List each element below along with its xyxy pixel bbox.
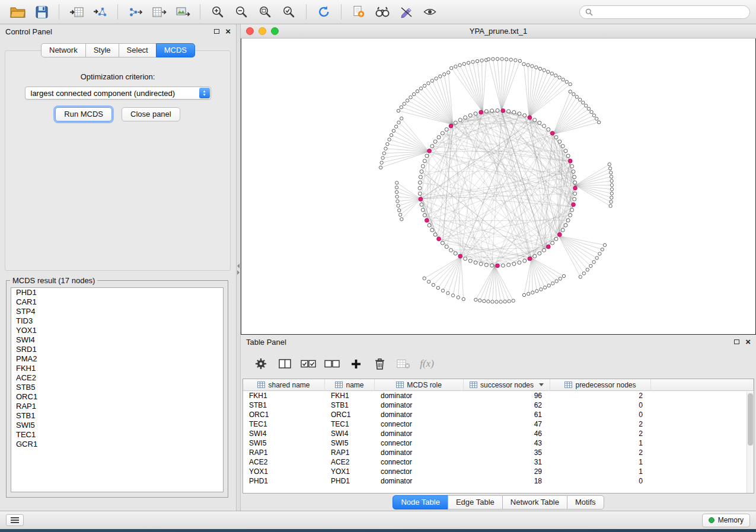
table-cell[interactable]: dominator: [375, 410, 464, 419]
zoom-out-button[interactable]: [229, 2, 253, 21]
table-cell[interactable]: PHD1: [325, 476, 375, 486]
search-box[interactable]: [579, 5, 750, 19]
table-cell[interactable]: TEC1: [243, 419, 325, 429]
table-cell[interactable]: connector: [375, 457, 464, 467]
table-cell[interactable]: 2: [550, 448, 651, 457]
table-cell[interactable]: RAP1: [243, 448, 325, 457]
table-cell[interactable]: SWI5: [325, 438, 375, 448]
save-button[interactable]: [30, 2, 53, 21]
table-row[interactable]: PHD1PHD1dominator180: [243, 476, 754, 486]
tab-mcds[interactable]: MCDS: [156, 43, 195, 57]
column-header-name[interactable]: name: [325, 379, 375, 391]
mcds-result-item[interactable]: RAP1: [11, 402, 223, 411]
zoom-fit-button[interactable]: [253, 2, 277, 21]
criterion-dropdown[interactable]: largest connected component (undirected)…: [25, 86, 211, 100]
table-cell[interactable]: YOX1: [243, 467, 325, 476]
table-cell[interactable]: 62: [464, 400, 550, 410]
table-cell[interactable]: dominator: [375, 400, 464, 410]
network-canvas[interactable]: [241, 39, 756, 335]
find-button[interactable]: [371, 2, 394, 21]
import-table-button[interactable]: [65, 2, 88, 21]
table-cell[interactable]: STB1: [325, 400, 375, 410]
search-input[interactable]: [596, 8, 744, 16]
clear-table-button[interactable]: [391, 353, 415, 374]
table-cell[interactable]: 2: [550, 429, 651, 438]
mcds-result-item[interactable]: PHD1: [11, 288, 223, 297]
column-header-predecessor-nodes[interactable]: predecessor nodes: [550, 379, 651, 391]
mcds-result-item[interactable]: STB5: [11, 383, 223, 392]
refresh-layout-button[interactable]: [312, 2, 336, 21]
table-cell[interactable]: STB1: [243, 400, 325, 410]
table-cell[interactable]: YOX1: [325, 467, 375, 476]
window-minimize-icon[interactable]: [259, 27, 266, 35]
zoom-selected-button[interactable]: [277, 2, 301, 21]
collapse-right-icon[interactable]: [237, 270, 240, 275]
mcds-result-item[interactable]: ACE2: [11, 373, 223, 383]
table-row[interactable]: YOX1YOX1connector291: [243, 467, 754, 476]
close-table-panel-icon[interactable]: ×: [745, 339, 751, 345]
table-cell[interactable]: 43: [464, 438, 550, 448]
table-cell[interactable]: 35: [464, 448, 550, 457]
table-cell[interactable]: connector: [375, 438, 464, 448]
graphics-details-button[interactable]: [394, 2, 418, 21]
table-cell[interactable]: SWI4: [325, 429, 375, 438]
share-document-button[interactable]: [347, 2, 371, 21]
table-row[interactable]: TEC1TEC1connector472: [243, 419, 754, 429]
column-header-MCDS-role[interactable]: MCDS role: [375, 379, 464, 391]
table-cell[interactable]: dominator: [375, 391, 464, 400]
table-cell[interactable]: connector: [375, 467, 464, 476]
close-panel-icon[interactable]: ×: [225, 28, 231, 34]
memory-button[interactable]: Memory: [702, 514, 750, 527]
select-all-button[interactable]: [296, 353, 320, 374]
status-menu-button[interactable]: [6, 514, 24, 526]
tab-node-table[interactable]: Node Table: [393, 495, 448, 509]
export-table-button[interactable]: [147, 2, 171, 21]
zoom-in-button[interactable]: [206, 2, 229, 21]
table-cell[interactable]: 0: [550, 476, 651, 486]
network-graph[interactable]: [241, 39, 755, 334]
table-cell[interactable]: 1: [550, 457, 651, 467]
table-cell[interactable]: 0: [550, 410, 651, 419]
mcds-result-item[interactable]: TID3: [11, 316, 223, 326]
delete-column-button[interactable]: [368, 353, 391, 374]
table-cell[interactable]: TEC1: [325, 419, 375, 429]
tab-network[interactable]: Network: [41, 43, 86, 57]
mcds-result-item[interactable]: PMA2: [11, 354, 223, 364]
mcds-result-item[interactable]: TEC1: [11, 430, 223, 440]
mcds-result-list[interactable]: PHD1CAR1STP4TID3YOX1SWI4SRD1PMA2FKH1ACE2…: [11, 287, 224, 492]
export-network-button[interactable]: [123, 2, 147, 21]
table-row[interactable]: FKH1FKH1dominator962: [243, 391, 754, 400]
tab-style[interactable]: Style: [85, 43, 119, 57]
run-mcds-button[interactable]: Run MCDS: [55, 107, 112, 121]
open-file-button[interactable]: [6, 2, 30, 21]
table-cell[interactable]: RAP1: [325, 448, 375, 457]
tab-motifs[interactable]: Motifs: [567, 495, 604, 509]
collapse-left-icon[interactable]: [237, 264, 240, 268]
mcds-result-item[interactable]: GCR1: [11, 440, 223, 449]
table-row[interactable]: SWI5SWI5connector431: [243, 438, 754, 448]
panel-splitter[interactable]: [236, 24, 241, 511]
mcds-result-item[interactable]: ORC1: [11, 392, 223, 402]
mcds-result-item[interactable]: STP4: [11, 307, 223, 316]
export-image-button[interactable]: [171, 2, 194, 21]
table-cell[interactable]: FKH1: [243, 391, 325, 400]
table-cell[interactable]: 29: [464, 467, 550, 476]
float-panel-icon[interactable]: [214, 29, 219, 34]
table-cell[interactable]: SWI4: [243, 429, 325, 438]
table-cell[interactable]: 18: [464, 476, 550, 486]
table-cell[interactable]: 0: [550, 400, 651, 410]
table-row[interactable]: SWI4SWI4dominator462: [243, 429, 754, 438]
table-cell[interactable]: ACE2: [243, 457, 325, 467]
deselect-all-button[interactable]: [320, 353, 344, 374]
table-cell[interactable]: 31: [464, 457, 550, 467]
table-cell[interactable]: dominator: [375, 429, 464, 438]
table-cell[interactable]: PHD1: [243, 476, 325, 486]
table-scrollbar-thumb[interactable]: [748, 393, 753, 446]
table-cell[interactable]: 2: [550, 419, 651, 429]
table-row[interactable]: ORC1ORC1dominator610: [243, 410, 754, 419]
table-cell[interactable]: 47: [464, 419, 550, 429]
float-table-panel-icon[interactable]: [734, 339, 739, 344]
column-header-successor-nodes[interactable]: successor nodes: [464, 379, 550, 391]
table-cell[interactable]: 2: [550, 391, 651, 400]
table-cell[interactable]: dominator: [375, 448, 464, 457]
